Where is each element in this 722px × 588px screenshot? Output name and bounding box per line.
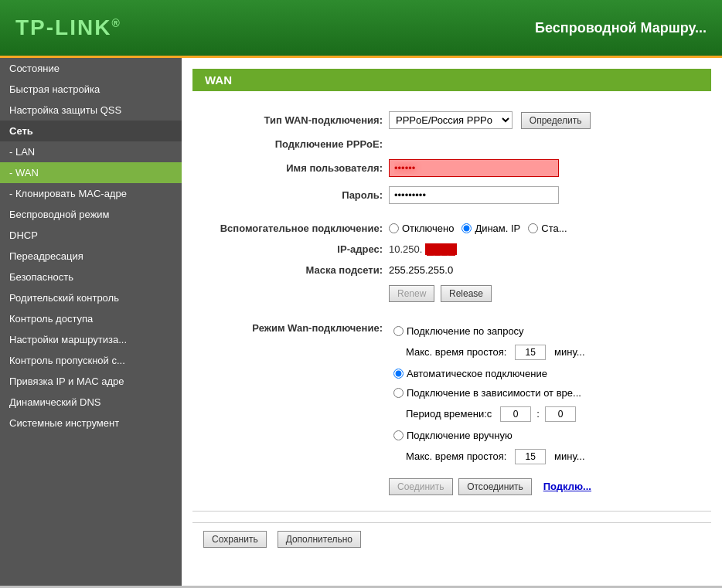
time-based-label[interactable]: Подключение в зависимости от вре... [393,387,585,399]
main-content: WAN Тип WAN-подключения: PPPoE/Россия PP… [182,58,722,586]
disconnect-button[interactable]: Отсоединить [458,478,532,495]
connect-buttons-row: Соединить Отсоединить Подклю... [192,474,711,500]
sidebar-item-quick-setup[interactable]: Быстрая настройка [0,79,182,100]
radio-off[interactable] [389,223,399,233]
max-idle-label1: Макс. время простоя: [406,346,506,358]
sidebar-item-security[interactable]: Безопасность [0,267,182,287]
renew-button[interactable]: Renew [389,285,434,302]
manual-label[interactable]: Подключение вручную [393,430,585,441]
ip-row: IP-адрес: 10.250. ████ [192,239,711,260]
renew-release-row: Renew Release [192,280,711,307]
auto-connect-label[interactable]: Автоматическое подключение [393,368,585,379]
advanced-button[interactable]: Дополнительно [278,531,361,548]
conn-mode-table: Подключение по запросу Макс. время прост… [389,321,590,469]
pppoe-section-row: Подключение PPPoE: [192,134,711,155]
sidebar-item-forwarding[interactable]: Переадресация [0,246,182,267]
connect-link[interactable]: Подклю... [543,481,591,492]
sidebar-item-dhcp[interactable]: DHCP [0,225,182,246]
max-idle-label2: Макс. время простоя: [406,450,506,462]
radio-dynamic-ip[interactable] [461,223,472,233]
wan-type-label: Тип WAN-подключения: [192,107,386,134]
sidebar-item-tools[interactable]: Системные инструмент [0,413,182,433]
conn-mode-label: Режим Wan-подключение: [192,316,386,474]
radio-static[interactable] [528,223,538,233]
secondary-radio-group: Отключено Динам. IP Ста... [389,223,708,234]
radio-on-demand[interactable] [393,326,404,336]
pppoe-label: Подключение PPPoE: [192,134,386,155]
divider [192,511,711,512]
period-label: Период времени:с [406,408,492,420]
sidebar-item-mac-clone[interactable]: - Клонировать MAC-адре [0,183,182,204]
wan-type-row: Тип WAN-подключения: PPPoE/Россия PPPo О… [192,107,711,134]
password-label: Пароль: [192,182,386,209]
subnet-value: 255.255.255.0 [389,264,453,276]
main-layout: СостояниеБыстрая настройкаНастройка защи… [0,58,722,586]
minutes-label2: мину... [554,450,584,462]
sidebar-item-qss[interactable]: Настройка защиты QSS [0,100,182,121]
username-input[interactable] [389,159,559,177]
radio-dynamic-label[interactable]: Динам. IP [461,223,520,234]
wan-type-select[interactable]: PPPoE/Россия PPPo [389,111,513,129]
sidebar-item-ddns[interactable]: Динамический DNS [0,392,182,413]
secondary-label: Вспомогательное подключение: [192,218,386,239]
auto-connect-row: Автоматическое подключение [390,365,588,382]
spacer-row [192,209,711,218]
username-label: Имя пользователя: [192,155,386,182]
bottom-bar: Сохранить Дополнительно [192,522,711,556]
detect-button[interactable]: Определить [521,112,591,129]
sidebar-item-parental[interactable]: Родительский контроль [0,287,182,308]
form-table: Тип WAN-подключения: PPPoE/Россия PPPo О… [192,107,711,500]
max-idle-input2[interactable] [515,449,546,464]
secondary-conn-row: Вспомогательное подключение: Отключено Д… [192,218,711,239]
max-idle-input1[interactable] [515,345,546,360]
header-title: Беспроводной Маршру... [535,20,707,36]
subnet-label: Маска подсети: [192,260,386,280]
on-demand-label[interactable]: Подключение по запросу [393,325,585,337]
password-input[interactable] [389,186,559,204]
radio-off-label[interactable]: Отключено [389,223,454,234]
logo-trademark: ® [111,17,121,29]
logo-text: TP-LINK [15,15,111,39]
sidebar-item-network[interactable]: Сеть [0,121,182,141]
sidebar-item-status[interactable]: Состояние [0,58,182,79]
period-row: Период времени:с : [390,403,588,425]
minutes-label1: мину... [554,346,584,358]
sidebar-item-routing[interactable]: Настройки маршрутиза... [0,329,182,350]
spacer-row2 [192,307,711,316]
time-based-row: Подключение в зависимости от вре... [390,384,588,402]
manual-row: Подключение вручную [390,427,588,444]
sidebar-item-ip-mac[interactable]: Привязка IP и МАС адре [0,371,182,392]
max-idle-row2: Макс. время простоя: мину... [390,446,588,467]
sidebar-item-wireless[interactable]: Беспроводной режим [0,204,182,225]
page-title: WAN [192,69,711,91]
content-area: Тип WAN-подключения: PPPoE/Россия PPPo О… [182,91,722,571]
radio-manual[interactable] [393,430,404,440]
ip-label: IP-адрес: [192,239,386,260]
sidebar-item-lan[interactable]: - LAN [0,141,182,162]
period-to-input[interactable] [545,406,576,422]
sidebar: СостояниеБыстрая настройкаНастройка защи… [0,58,182,586]
radio-time-based[interactable] [393,388,404,398]
sidebar-item-access-control[interactable]: Контроль доступа [0,308,182,329]
connect-button[interactable]: Соединить [389,478,453,495]
wan-type-value: PPPoE/Россия PPPo Определить [386,107,711,134]
release-button[interactable]: Release [441,285,492,302]
max-idle-row1: Макс. время простоя: мину... [390,342,588,363]
password-row: Пароль: [192,182,711,209]
period-from-input[interactable] [500,406,531,422]
save-button[interactable]: Сохранить [203,531,267,548]
sidebar-item-bandwidth[interactable]: Контроль пропускной с... [0,350,182,371]
radio-static-label[interactable]: Ста... [528,223,567,234]
sidebar-item-wan[interactable]: - WAN [0,162,182,183]
on-demand-row: Подключение по запросу [390,322,588,340]
radio-auto-connect[interactable] [393,369,404,379]
ip-value: 10.250. ████ [389,243,457,255]
header: TP-LINK® Беспроводной Маршру... [0,0,722,58]
subnet-row: Маска подсети: 255.255.255.0 [192,260,711,280]
logo: TP-LINK® [15,15,121,40]
username-row: Имя пользователя: [192,155,711,182]
conn-mode-row: Режим Wan-подключение: Подключение по за… [192,316,711,474]
